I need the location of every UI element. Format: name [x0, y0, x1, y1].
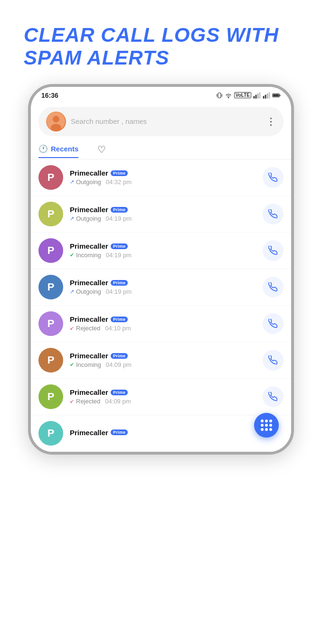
call-list-item: P Primecaller Prime ✔ Incoming 04:19 pm: [31, 233, 291, 269]
svg-rect-11: [273, 94, 279, 96]
call-status-row: ↙ Rejected 04:10 pm: [70, 325, 256, 332]
prime-badge: Prime: [111, 429, 128, 435]
caller-info: Primecaller Prime ↗ Outgoing 04:32 pm: [70, 169, 256, 186]
caller-name-row: Primecaller Prime: [70, 242, 256, 250]
caller-info: Primecaller Prime ↙ Rejected 04:09 pm: [70, 388, 256, 405]
search-placeholder-text: Search number , names: [71, 117, 261, 125]
svg-rect-10: [279, 94, 280, 96]
call-time: 04:09 pm: [106, 361, 132, 368]
svg-point-13: [53, 116, 59, 122]
phone-icon: [268, 246, 278, 255]
signal-icon: [253, 92, 261, 99]
caller-name-row: Primecaller Prime: [70, 388, 256, 396]
favorites-heart-icon: ♡: [97, 144, 106, 155]
call-type-icon: ↙: [70, 398, 74, 404]
call-time: 04:32 pm: [106, 178, 132, 186]
caller-name-row: Primecaller Prime: [70, 315, 256, 323]
call-type-label: Incoming: [76, 361, 101, 368]
call-back-button[interactable]: [263, 350, 284, 371]
call-time: 04:10 pm: [105, 325, 131, 332]
svg-rect-8: [269, 92, 270, 98]
call-type-label: Outgoing: [76, 288, 101, 295]
caller-info: Primecaller Prime ↗ Outgoing 04:19 pm: [70, 279, 256, 295]
caller-avatar: P: [38, 384, 63, 409]
caller-avatar: P: [38, 202, 63, 226]
status-bar: 16:36 VoLTE: [31, 87, 291, 102]
caller-avatar: P: [38, 311, 63, 336]
prime-badge: Prime: [111, 243, 128, 249]
caller-avatar: P: [38, 238, 63, 263]
svg-rect-0: [218, 93, 221, 98]
caller-name-row: Primecaller Prime: [70, 205, 256, 214]
caller-info: Primecaller Prime ↗ Outgoing 04:19 pm: [70, 205, 256, 222]
call-back-button[interactable]: [263, 277, 284, 298]
svg-rect-2: [256, 94, 257, 98]
phone-icon: [268, 209, 278, 219]
svg-rect-4: [259, 92, 261, 98]
call-back-button[interactable]: [263, 313, 284, 334]
call-back-button[interactable]: [263, 204, 284, 224]
prime-badge: Prime: [111, 390, 128, 395]
call-type-label: Rejected: [76, 398, 100, 405]
vibrate-icon: [216, 92, 223, 99]
call-list-item: P Primecaller Prime ↗ Outgoing 04:32 pm: [31, 159, 291, 196]
dialpad-fab[interactable]: [254, 413, 279, 438]
call-list-item: P Primecaller Prime ↙ Rejected 04:09 pm: [31, 379, 291, 415]
call-list-item: P Primecaller Prime ↗ Outgoing 04:19 pm: [31, 269, 291, 306]
caller-name-row: Primecaller Prime: [70, 169, 256, 177]
call-type-label: Outgoing: [76, 178, 101, 186]
caller-name-row: Primecaller Prime: [70, 279, 256, 287]
more-options-icon[interactable]: ⋮: [266, 116, 276, 127]
phone-icon: [268, 392, 278, 401]
status-time: 16:36: [41, 92, 58, 99]
tab-recents[interactable]: 🕐 Recents: [38, 144, 78, 158]
call-type-label: Outgoing: [76, 215, 101, 222]
dialpad-icon: [261, 420, 272, 431]
caller-name-row: Primecaller Prime: [70, 352, 256, 360]
phone-icon: [268, 319, 278, 328]
caller-avatar: P: [38, 421, 63, 446]
prime-badge: Prime: [111, 280, 128, 286]
caller-name: Primecaller: [70, 352, 108, 360]
caller-info: Primecaller Prime ↙ Rejected 04:10 pm: [70, 315, 256, 332]
caller-info: Primecaller Prime: [70, 429, 284, 438]
call-back-button[interactable]: [263, 386, 284, 407]
recents-tab-label: Recents: [51, 145, 78, 153]
caller-name: Primecaller: [70, 169, 108, 177]
phone-icon: [268, 282, 278, 292]
call-time: 04:09 pm: [105, 398, 131, 405]
caller-info: Primecaller Prime ✔ Incoming 04:09 pm: [70, 352, 256, 368]
call-type-label: Rejected: [76, 325, 100, 332]
call-type-icon: ↗: [70, 179, 74, 185]
prime-badge: Prime: [111, 353, 128, 359]
svg-rect-5: [263, 96, 265, 98]
call-status-row: ↗ Outgoing 04:32 pm: [70, 178, 256, 186]
call-status-row: ↗ Outgoing 04:19 pm: [70, 215, 256, 222]
call-time: 04:19 pm: [106, 288, 132, 295]
status-icons: VoLTE: [216, 92, 281, 99]
volte-badge: VoLTE: [234, 92, 251, 98]
caller-name: Primecaller: [70, 279, 108, 287]
call-type-icon: ↙: [70, 325, 74, 331]
prime-badge: Prime: [111, 207, 128, 213]
prime-badge: Prime: [111, 317, 128, 322]
caller-name: Primecaller: [70, 205, 108, 214]
caller-info: Primecaller Prime ✔ Incoming 04:19 pm: [70, 242, 256, 259]
recents-clock-icon: 🕐: [38, 144, 48, 153]
user-avatar-image: [47, 112, 65, 131]
call-back-button[interactable]: [263, 240, 284, 261]
phone-screen: 16:36 VoLTE: [31, 87, 291, 452]
call-type-icon: ✔: [70, 362, 74, 368]
battery-icon: [272, 92, 281, 99]
wifi-icon: [225, 92, 232, 99]
call-back-button[interactable]: [263, 167, 284, 188]
tab-favorites[interactable]: ♡: [97, 144, 106, 159]
svg-rect-7: [267, 93, 268, 99]
phone-mockup: 16:36 VoLTE: [28, 84, 294, 455]
search-bar[interactable]: Search number , names ⋮: [38, 107, 284, 136]
svg-rect-3: [257, 93, 259, 99]
call-status-row: ↙ Rejected 04:09 pm: [70, 398, 256, 405]
call-list-item: P Primecaller Prime ↙ Rejected 04:10 pm: [31, 306, 291, 342]
caller-name: Primecaller: [70, 315, 108, 323]
caller-avatar: P: [38, 275, 63, 299]
